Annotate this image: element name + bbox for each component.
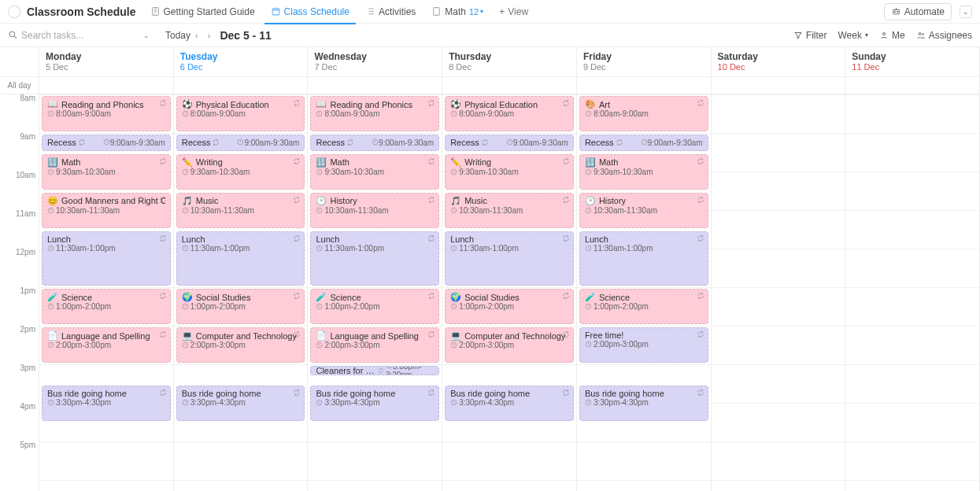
day-column-wednesday[interactable]: 📖Reading and Phonics8:00am-9:00amRecess9…	[308, 94, 442, 491]
me-button[interactable]: Me	[879, 30, 905, 41]
event-good-manners-and-right-conduct[interactable]: 😊Good Manners and Right Conduct10:30am-1…	[42, 193, 171, 228]
event-science[interactable]: 🧪Science1:00pm-2:00pm	[579, 289, 708, 324]
event-physical-education[interactable]: ⚽Physical Education8:00am-9:00am	[176, 96, 305, 131]
day-column-tuesday[interactable]: ⚽Physical Education8:00am-9:00amRecess9:…	[174, 94, 309, 491]
event-recess[interactable]: Recess9:00am-9:30am	[445, 135, 574, 151]
event-computer-and-technology[interactable]: 💻Computer and Technology2:00pm-3:00pm	[445, 327, 574, 363]
event-title: Bus ride going home	[47, 389, 165, 398]
event-history[interactable]: 🕑History10:30am-11:30am	[310, 193, 439, 228]
tab-getting-started[interactable]: Getting Started Guide	[144, 0, 261, 24]
doc-icon	[431, 6, 442, 17]
recurring-icon	[697, 330, 704, 338]
day-header-thursday[interactable]: Thursday8 Dec	[442, 47, 577, 76]
clock-icon	[316, 303, 323, 310]
event-computer-and-technology[interactable]: 💻Computer and Technology2:00pm-3:00pm	[176, 327, 305, 363]
event-bus-ride-going-home[interactable]: Bus ride going home3:30pm-4:30pm	[310, 386, 439, 421]
event-science[interactable]: 🧪Science1:00pm-2:00pm	[310, 289, 439, 324]
event-time: 11:30am-1:00pm	[450, 244, 568, 253]
day-header-monday[interactable]: Monday5 Dec	[39, 47, 174, 76]
event-recess[interactable]: Recess9:00am-9:30am	[579, 135, 708, 151]
event-lunch[interactable]: Lunch11:30am-1:00pm	[579, 231, 708, 286]
assignees-button[interactable]: Assignees	[916, 30, 972, 41]
event-title: 😊Good Manners and Right Conduct	[47, 196, 165, 206]
event-bus-ride-going-home[interactable]: Bus ride going home3:30pm-4:30pm	[42, 386, 171, 421]
event-lunch[interactable]: Lunch11:30am-1:00pm	[310, 231, 439, 286]
event-cleaners-for-the-day[interactable]: Cleaners for the day3:00pm-3:20pm	[310, 366, 439, 375]
event-reading-and-phonics[interactable]: 📖Reading and Phonics8:00am-9:00am	[42, 96, 171, 131]
day-header-tuesday[interactable]: Tuesday6 Dec	[174, 47, 309, 76]
prev-week-button[interactable]: ‹	[195, 31, 198, 40]
clock-icon	[47, 168, 54, 175]
event-reading-and-phonics[interactable]: 📖Reading and Phonics8:00am-9:00am	[310, 96, 439, 131]
event-writing[interactable]: ✏️Writing9:30am-10:30am	[176, 154, 305, 190]
event-music[interactable]: 🎵Music10:30am-11:30am	[445, 193, 574, 228]
recurring-icon	[293, 330, 301, 338]
day-header-friday[interactable]: Friday9 Dec	[577, 47, 712, 76]
allday-cell[interactable]	[308, 77, 442, 94]
event-recess[interactable]: Recess9:00am-9:30am	[310, 135, 439, 151]
event-recess[interactable]: Recess9:00am-9:30am	[176, 135, 305, 151]
day-column-saturday[interactable]	[712, 94, 846, 491]
day-column-monday[interactable]: 📖Reading and Phonics8:00am-9:00amRecess9…	[39, 94, 174, 491]
event-math[interactable]: 🔢Math9:30am-10:30am	[579, 154, 708, 190]
allday-cell[interactable]	[577, 77, 712, 94]
event-free-time-[interactable]: Free time!2:00pm-3:00pm	[579, 327, 708, 363]
event-time: 8:00am-9:00am	[450, 109, 568, 118]
filter-button[interactable]: Filter	[793, 30, 827, 41]
allday-cell[interactable]	[39, 77, 174, 94]
day-column-thursday[interactable]: ⚽Physical Education8:00am-9:00amRecess9:…	[442, 94, 577, 491]
day-header-saturday[interactable]: Saturday10 Dec	[712, 47, 846, 76]
event-bus-ride-going-home[interactable]: Bus ride going home3:30pm-4:30pm	[176, 386, 305, 421]
event-bus-ride-going-home[interactable]: Bus ride going home3:30pm-4:30pm	[579, 386, 708, 421]
doc-icon	[150, 6, 161, 17]
tab-label: Activities	[379, 6, 416, 17]
event-bus-ride-going-home[interactable]: Bus ride going home3:30pm-4:30pm	[445, 386, 574, 421]
event-recess[interactable]: Recess9:00am-9:30am	[42, 135, 171, 151]
event-time: 3:30pm-4:30pm	[316, 398, 434, 407]
event-lunch[interactable]: Lunch11:30am-1:00pm	[176, 231, 305, 286]
allday-cell[interactable]	[845, 77, 980, 94]
today-button[interactable]: Today	[165, 30, 190, 41]
recurring-icon	[697, 292, 704, 300]
event-math[interactable]: 🔢Math9:30am-10:30am	[310, 154, 439, 190]
event-language-and-spelling[interactable]: 📄Language and Spelling2:00pm-3:00pm	[42, 327, 171, 363]
chevron-down-icon[interactable]: ▾	[480, 8, 483, 15]
day-column-friday[interactable]: 🎨Art8:00am-9:00amRecess9:00am-9:30am🔢Mat…	[577, 94, 712, 491]
clock-icon	[386, 366, 393, 369]
event-lunch[interactable]: Lunch11:30am-1:00pm	[42, 231, 171, 286]
event-history[interactable]: 🕑History10:30am-11:30am	[579, 193, 708, 228]
event-lunch[interactable]: Lunch11:30am-1:00pm	[445, 231, 574, 286]
event-language-and-spelling[interactable]: 📄Language and Spelling2:00pm-3:00pm	[310, 327, 439, 363]
event-time: 10:30am-11:30am	[450, 206, 568, 215]
search-dropdown-caret[interactable]: ⌄	[143, 31, 150, 39]
event-science[interactable]: 🧪Science1:00pm-2:00pm	[42, 289, 171, 324]
day-header-sunday[interactable]: Sunday11 Dec	[845, 47, 980, 76]
event-social-studies[interactable]: 🌍Social Studies1:00pm-2:00pm	[445, 289, 574, 324]
allday-cell[interactable]	[712, 77, 846, 94]
allday-cell[interactable]	[442, 77, 577, 94]
menu-caret[interactable]: ⌄	[960, 6, 972, 18]
day-header-wednesday[interactable]: Wednesday7 Dec	[308, 47, 442, 76]
search-input[interactable]	[21, 30, 116, 41]
event-title: ⚽Physical Education	[182, 99, 300, 109]
view-mode-button[interactable]: Week ▾	[838, 30, 867, 41]
event-music[interactable]: 🎵Music10:30am-11:30am	[176, 193, 305, 228]
tab-math[interactable]: Math 12 ▾	[425, 0, 490, 24]
add-view-button[interactable]: + View	[493, 0, 534, 24]
recurring-icon	[159, 196, 167, 204]
allday-cell[interactable]	[174, 77, 309, 94]
day-column-sunday[interactable]	[845, 94, 980, 491]
tab-activities[interactable]: Activities	[359, 0, 422, 24]
event-writing[interactable]: ✏️Writing9:30am-10:30am	[445, 154, 574, 190]
event-time: 1:00pm-2:00pm	[316, 302, 434, 311]
event-title: 🕑History	[585, 196, 703, 206]
next-week-button[interactable]: ›	[208, 31, 211, 40]
event-math[interactable]: 🔢Math9:30am-10:30am	[42, 154, 171, 190]
recurring-icon	[212, 138, 220, 146]
automate-button[interactable]: Automate	[884, 3, 952, 20]
event-physical-education[interactable]: ⚽Physical Education8:00am-9:00am	[445, 96, 574, 131]
event-social-studies[interactable]: 🌍Social Studies1:00pm-2:00pm	[176, 289, 305, 324]
event-art[interactable]: 🎨Art8:00am-9:00am	[579, 96, 708, 131]
day-name: Sunday	[852, 51, 973, 62]
tab-class-schedule[interactable]: Class Schedule	[264, 0, 356, 24]
